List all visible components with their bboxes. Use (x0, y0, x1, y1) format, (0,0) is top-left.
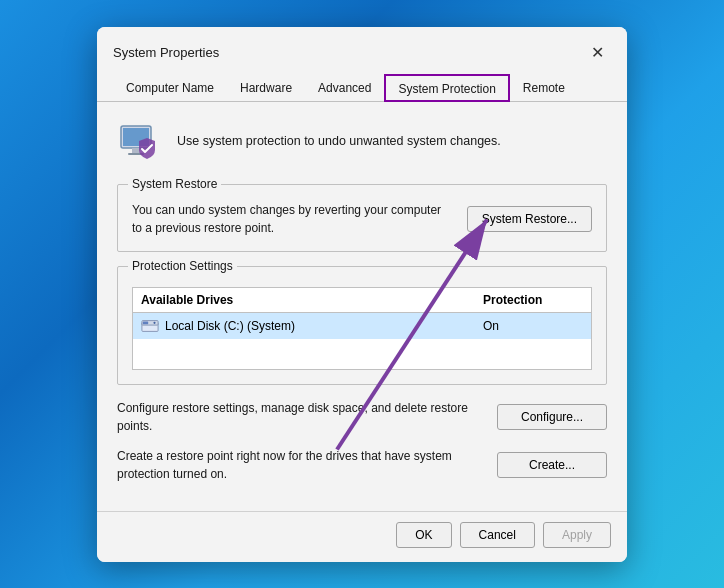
apply-button[interactable]: Apply (543, 522, 611, 548)
system-properties-dialog: System Properties ✕ Computer Name Hardwa… (97, 27, 627, 562)
configure-button[interactable]: Configure... (497, 404, 607, 430)
drive-icon (141, 319, 159, 333)
header-text: Use system protection to undo unwanted s… (177, 133, 501, 151)
table-row[interactable]: Local Disk (C:) (System) On (133, 313, 591, 339)
drive-cell: Local Disk (C:) (System) (141, 319, 483, 333)
system-restore-button[interactable]: System Restore... (467, 206, 592, 232)
create-row: Create a restore point right now for the… (117, 447, 607, 483)
table-empty-space (133, 339, 591, 369)
title-bar: System Properties ✕ (97, 27, 627, 67)
close-button[interactable]: ✕ (583, 39, 611, 67)
system-restore-label: System Restore (128, 177, 221, 191)
svg-rect-2 (132, 148, 140, 153)
tab-computer-name[interactable]: Computer Name (113, 74, 227, 102)
create-button[interactable]: Create... (497, 452, 607, 478)
col-drive-header: Available Drives (141, 293, 483, 307)
drive-name: Local Disk (C:) (System) (165, 319, 295, 333)
ok-button[interactable]: OK (396, 522, 451, 548)
tab-hardware[interactable]: Hardware (227, 74, 305, 102)
tab-advanced[interactable]: Advanced (305, 74, 384, 102)
configure-description: Configure restore settings, manage disk … (117, 399, 481, 435)
protection-status: On (483, 319, 583, 333)
tab-bar: Computer Name Hardware Advanced System P… (97, 73, 627, 102)
cancel-button[interactable]: Cancel (460, 522, 535, 548)
col-protection-header: Protection (483, 293, 583, 307)
dialog-title: System Properties (113, 45, 219, 60)
svg-point-7 (153, 321, 155, 323)
svg-rect-6 (143, 321, 148, 324)
tab-system-protection[interactable]: System Protection (384, 74, 509, 102)
restore-row: You can undo system changes by reverting… (132, 201, 592, 237)
protection-settings-section: Protection Settings Available Drives Pro… (117, 266, 607, 385)
system-restore-section: System Restore You can undo system chang… (117, 184, 607, 252)
dialog-content: Use system protection to undo unwanted s… (97, 102, 627, 511)
restore-description: You can undo system changes by reverting… (132, 201, 451, 237)
header-section: Use system protection to undo unwanted s… (117, 118, 607, 166)
tab-remote[interactable]: Remote (510, 74, 578, 102)
protection-table: Available Drives Protection (132, 287, 592, 370)
table-header: Available Drives Protection (133, 288, 591, 313)
shield-icon (117, 118, 165, 166)
create-description: Create a restore point right now for the… (117, 447, 481, 483)
dialog-footer: OK Cancel Apply (97, 511, 627, 562)
protection-settings-label: Protection Settings (128, 259, 237, 273)
configure-row: Configure restore settings, manage disk … (117, 399, 607, 435)
